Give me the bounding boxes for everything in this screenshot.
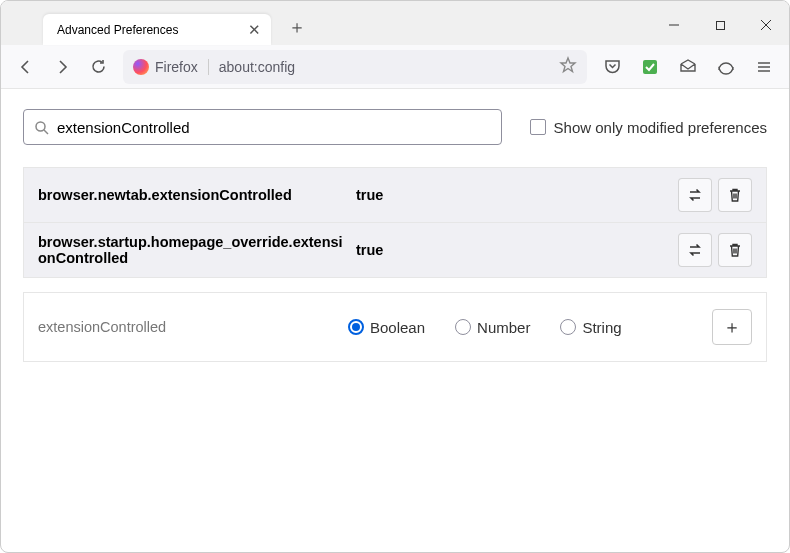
address-bar[interactable]: Firefox about:config	[123, 50, 587, 84]
mail-icon[interactable]	[671, 50, 705, 84]
svg-line-11	[44, 130, 48, 134]
close-tab-icon[interactable]: ✕	[248, 22, 261, 37]
radio-label: Boolean	[370, 319, 425, 336]
svg-point-6	[719, 60, 733, 74]
back-button[interactable]	[9, 50, 43, 84]
pref-value: true	[356, 242, 670, 258]
pref-actions	[678, 233, 752, 267]
pref-value: true	[356, 187, 670, 203]
search-box[interactable]	[23, 109, 502, 145]
delete-button[interactable]	[718, 233, 752, 267]
search-icon	[34, 120, 49, 135]
identity-label: Firefox	[155, 59, 198, 75]
pref-name: browser.newtab.extensionControlled	[38, 187, 348, 203]
search-input[interactable]	[57, 119, 491, 136]
minimize-button[interactable]	[651, 5, 697, 45]
new-tab-button[interactable]: ＋	[281, 11, 313, 43]
browser-toolbar: Firefox about:config	[1, 45, 789, 89]
radio-string[interactable]: String	[560, 319, 621, 336]
pref-row[interactable]: browser.startup.homepage_override.extens…	[24, 222, 766, 277]
pref-actions	[678, 178, 752, 212]
delete-button[interactable]	[718, 178, 752, 212]
bookmark-star-icon[interactable]	[559, 56, 577, 78]
firefox-logo-icon	[133, 59, 149, 75]
svg-marker-4	[561, 58, 575, 72]
toggle-button[interactable]	[678, 233, 712, 267]
pref-row[interactable]: browser.newtab.extensionControlled true	[24, 168, 766, 222]
close-window-button[interactable]	[743, 5, 789, 45]
new-pref-name: extensionControlled	[38, 319, 348, 335]
site-identity[interactable]: Firefox	[133, 59, 209, 75]
profile-icon[interactable]	[709, 50, 743, 84]
radio-icon	[348, 319, 364, 335]
toolbar-right-icons	[595, 50, 781, 84]
svg-rect-1	[716, 21, 724, 29]
search-row: Show only modified preferences	[23, 109, 767, 145]
reload-button[interactable]	[81, 50, 115, 84]
forward-button[interactable]	[45, 50, 79, 84]
tab-title: Advanced Preferences	[57, 23, 178, 37]
show-modified-checkbox[interactable]: Show only modified preferences	[530, 119, 767, 136]
maximize-button[interactable]	[697, 5, 743, 45]
window-title-bar: Advanced Preferences ✕ ＋	[1, 1, 789, 45]
new-pref-row: extensionControlled Boolean Number Strin…	[23, 292, 767, 362]
checkbox-label: Show only modified preferences	[554, 119, 767, 136]
svg-point-10	[36, 122, 45, 131]
radio-boolean[interactable]: Boolean	[348, 319, 425, 336]
window-controls	[651, 5, 789, 45]
extension-icon[interactable]	[633, 50, 667, 84]
radio-label: Number	[477, 319, 530, 336]
about-config-content: Show only modified preferences browser.n…	[1, 89, 789, 382]
checkbox-icon	[530, 119, 546, 135]
radio-number[interactable]: Number	[455, 319, 530, 336]
pref-list: browser.newtab.extensionControlled true …	[23, 167, 767, 278]
add-pref-button[interactable]: ＋	[712, 309, 752, 345]
url-text: about:config	[219, 59, 549, 75]
type-radio-group: Boolean Number String	[348, 319, 712, 336]
toggle-button[interactable]	[678, 178, 712, 212]
svg-rect-5	[643, 60, 657, 74]
browser-tab[interactable]: Advanced Preferences ✕	[43, 14, 271, 45]
tab-strip: Advanced Preferences ✕ ＋	[1, 11, 313, 45]
hamburger-menu-icon[interactable]	[747, 50, 781, 84]
pref-name: browser.startup.homepage_override.extens…	[38, 234, 348, 266]
radio-label: String	[582, 319, 621, 336]
radio-icon	[560, 319, 576, 335]
pocket-icon[interactable]	[595, 50, 629, 84]
radio-icon	[455, 319, 471, 335]
